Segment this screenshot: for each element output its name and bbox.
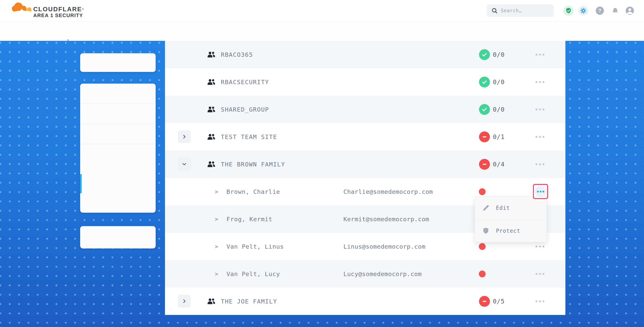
- protected-count: 0/4: [493, 161, 505, 168]
- row-actions-button[interactable]: [536, 243, 544, 250]
- sidebar-item-domains-routing[interactable]: [80, 53, 156, 72]
- status-icon: [479, 77, 490, 87]
- member-name: Brown, Charlie: [226, 188, 280, 195]
- table-row-group: RBACSECURITY 0/0: [165, 68, 566, 96]
- alert-dot: [479, 188, 486, 195]
- table-row-group: THE BROWN FAMILY 0/4: [165, 150, 566, 178]
- status-icon: [479, 159, 490, 170]
- cloudflare-cloud-icon: [11, 2, 31, 13]
- status-icon: [479, 49, 490, 60]
- member-name: Van Pelt, Linus: [226, 243, 284, 250]
- brand-name: CLOUDFLARE®: [33, 6, 84, 12]
- member-email: Lucy@somedemocorp.com: [344, 271, 422, 278]
- menu-item-protect[interactable]: Protect: [475, 219, 546, 242]
- cloudflare-logo: CLOUDFLARE® AREA 1 SECURITY: [11, 1, 84, 18]
- protected-count: 0/1: [493, 133, 505, 141]
- group-name: THE BROWN FAMILY: [221, 161, 285, 168]
- group-name: THE JOE FAMILY: [221, 298, 277, 305]
- group-icon: [208, 51, 215, 58]
- help-icon[interactable]: ?: [596, 6, 604, 15]
- member-prefix: >: [215, 216, 218, 222]
- sidebar-item-business-email-compromise[interactable]: [80, 173, 156, 194]
- row-actions-button[interactable]: [536, 106, 544, 113]
- pencil-icon: [482, 205, 489, 212]
- alert-dot: [479, 243, 486, 250]
- member-prefix: >: [215, 188, 218, 195]
- row-actions-button[interactable]: [536, 78, 544, 86]
- secondary-nav: [0, 21, 644, 41]
- group-icon: [208, 161, 215, 168]
- group-icon: [208, 298, 215, 305]
- sidebar-item-block-list[interactable]: [80, 124, 156, 144]
- row-actions-menu: Edit Protect: [475, 196, 547, 242]
- sidebar-card-domains-routing: [80, 53, 156, 72]
- member-email: Kermit@somedemocorp.com: [344, 216, 429, 223]
- row-actions-button[interactable]: [536, 298, 544, 305]
- protected-count: 0/5: [493, 298, 505, 305]
- row-actions-button[interactable]: [536, 133, 544, 141]
- group-name: TEST TEAM SITE: [221, 133, 277, 140]
- member-name: Frog, Kermit: [226, 216, 272, 223]
- registered-mark: ®: [82, 7, 84, 10]
- group-name: RBACSECURITY: [221, 78, 269, 85]
- help-glyph: ?: [598, 7, 602, 13]
- sidebar-item-retract-settings[interactable]: [80, 226, 156, 249]
- search-box: [487, 4, 554, 17]
- menu-item-label: Edit: [496, 205, 510, 211]
- group-name: SHARED_GROUP: [221, 106, 269, 113]
- table-row-member: > Van Pelt, Lucy Lucy@somedemocorp.com: [165, 260, 566, 288]
- search-icon: [492, 7, 498, 14]
- brand-subtitle: AREA 1 SECURITY: [33, 12, 84, 18]
- member-name: Van Pelt, Lucy: [226, 271, 280, 278]
- table-row-group: RBACO365 0/0: [165, 41, 566, 68]
- sidebar-item-email-policies[interactable]: [80, 84, 156, 104]
- notifications-bell-icon[interactable]: [611, 6, 620, 15]
- sidebar-item-added-detections[interactable]: [80, 194, 156, 213]
- table-row-group: TEST TEAM SITE 0/1: [165, 123, 566, 150]
- settings-gear-icon[interactable]: [578, 6, 588, 16]
- sidebar-card-email-policies: [80, 84, 156, 213]
- search-input[interactable]: [501, 8, 548, 13]
- groups-table: RBACO365 0/0 RBACSECURITY 0/0 SHARED_GRO…: [165, 41, 566, 315]
- row-actions-button-active[interactable]: [535, 186, 546, 197]
- chevron-down-icon: [182, 162, 187, 167]
- member-prefix: >: [215, 271, 218, 277]
- sidebar-card-retract-settings: [80, 226, 156, 249]
- menu-item-label: Protect: [496, 228, 520, 234]
- group-icon: [208, 134, 215, 140]
- shield-icon: [482, 227, 489, 234]
- status-icon: [479, 104, 490, 115]
- group-icon: [208, 106, 215, 113]
- chevron-right-icon: [182, 299, 187, 304]
- member-email: Linus@somedemocorp.com: [344, 243, 426, 250]
- menu-item-edit[interactable]: Edit: [475, 197, 546, 219]
- row-actions-button[interactable]: [536, 270, 544, 278]
- actions-highlight-frame: [533, 184, 548, 199]
- status-icon: [479, 296, 490, 307]
- protected-count: 0/0: [493, 51, 505, 58]
- protected-count: 0/0: [493, 78, 505, 86]
- app-window: RBACO365 0/0 RBACSECURITY 0/0 SHARED_GRO…: [0, 0, 644, 327]
- security-shield-check-icon[interactable]: [564, 6, 574, 16]
- primary-nav: [91, 0, 124, 21]
- top-header: CLOUDFLARE® AREA 1 SECURITY ?: [0, 0, 644, 21]
- sidebar-item-enhanced-detections[interactable]: [80, 144, 156, 173]
- sidebar-item-allow-list[interactable]: [80, 104, 156, 124]
- member-email: Charlie@somedemocorp.com: [344, 188, 433, 195]
- expand-toggle-button[interactable]: [178, 295, 191, 308]
- user-avatar-icon[interactable]: [626, 6, 634, 15]
- status-icon: [479, 131, 490, 142]
- expand-toggle-button[interactable]: [178, 158, 191, 171]
- expand-toggle-button[interactable]: [178, 130, 191, 143]
- group-icon: [208, 79, 215, 85]
- member-prefix: >: [215, 243, 218, 250]
- protected-count: 0/0: [493, 106, 505, 113]
- group-name: RBACO365: [221, 51, 253, 58]
- table-row-group: THE JOE FAMILY 0/5: [165, 288, 566, 315]
- chevron-right-icon: [182, 134, 187, 139]
- table-row-group: SHARED_GROUP 0/0: [165, 96, 566, 123]
- row-actions-button[interactable]: [536, 51, 544, 58]
- alert-dot: [479, 271, 486, 277]
- row-actions-button[interactable]: [536, 160, 544, 168]
